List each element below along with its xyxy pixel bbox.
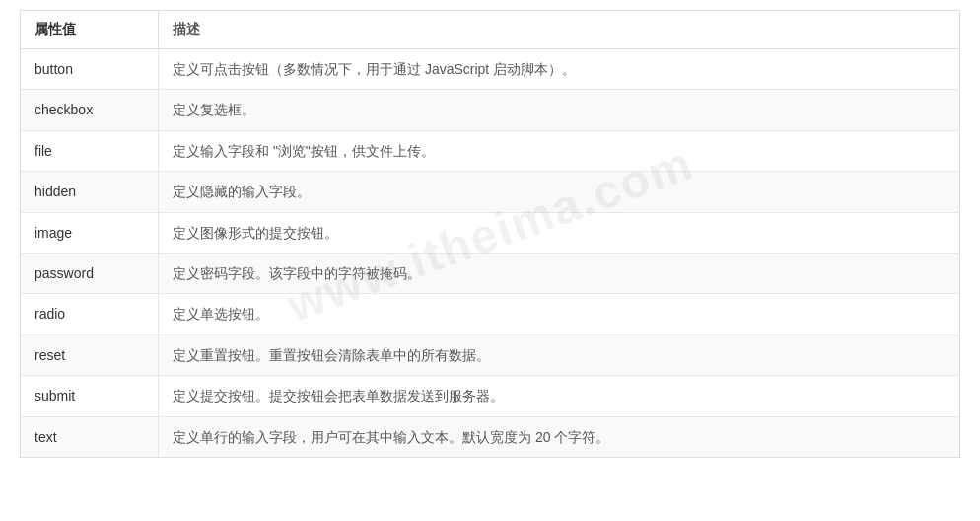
cell-desc: 定义密码字段。该字段中的字符被掩码。 xyxy=(159,253,960,293)
table-row: image定义图像形式的提交按钮。 xyxy=(21,212,960,253)
attribute-table: 属性值 描述 button定义可点击按钮（多数情况下，用于通过 JavaScri… xyxy=(20,10,960,458)
table-row: reset定义重置按钮。重置按钮会清除表单中的所有数据。 xyxy=(21,335,960,375)
cell-desc: 定义重置按钮。重置按钮会清除表单中的所有数据。 xyxy=(159,335,960,375)
table-header-row: 属性值 描述 xyxy=(21,11,960,49)
cell-attr: checkbox xyxy=(21,90,159,130)
table-row: button定义可点击按钮（多数情况下，用于通过 JavaScript 启动脚本… xyxy=(21,49,960,90)
cell-attr: hidden xyxy=(21,172,159,212)
table-row: submit定义提交按钮。提交按钮会把表单数据发送到服务器。 xyxy=(21,376,960,416)
cell-desc: 定义单行的输入字段，用户可在其中输入文本。默认宽度为 20 个字符。 xyxy=(159,416,960,457)
header-desc: 描述 xyxy=(159,11,960,49)
table-row: checkbox定义复选框。 xyxy=(21,90,960,130)
cell-desc: 定义单选按钮。 xyxy=(159,294,960,335)
cell-attr: image xyxy=(21,212,159,253)
cell-desc: 定义复选框。 xyxy=(159,90,960,130)
cell-desc: 定义提交按钮。提交按钮会把表单数据发送到服务器。 xyxy=(159,376,960,416)
cell-attr: radio xyxy=(21,294,159,335)
cell-attr: submit xyxy=(21,376,159,416)
cell-desc: 定义可点击按钮（多数情况下，用于通过 JavaScript 启动脚本）。 xyxy=(159,49,960,90)
cell-desc: 定义图像形式的提交按钮。 xyxy=(159,212,960,253)
table-row: file定义输入字段和 "浏览"按钮，供文件上传。 xyxy=(21,130,960,171)
cell-attr: password xyxy=(21,253,159,293)
table-row: radio定义单选按钮。 xyxy=(21,294,960,335)
main-container: www.itheima.com 属性值 描述 button定义可点击按钮（多数情… xyxy=(0,0,980,468)
table-row: hidden定义隐藏的输入字段。 xyxy=(21,172,960,212)
cell-desc: 定义输入字段和 "浏览"按钮，供文件上传。 xyxy=(159,130,960,171)
cell-desc: 定义隐藏的输入字段。 xyxy=(159,172,960,212)
cell-attr: reset xyxy=(21,335,159,375)
header-attr: 属性值 xyxy=(21,11,159,49)
table-row: password定义密码字段。该字段中的字符被掩码。 xyxy=(21,253,960,293)
cell-attr: button xyxy=(21,49,159,90)
cell-attr: text xyxy=(21,416,159,457)
table-row: text定义单行的输入字段，用户可在其中输入文本。默认宽度为 20 个字符。 xyxy=(21,416,960,457)
cell-attr: file xyxy=(21,130,159,171)
